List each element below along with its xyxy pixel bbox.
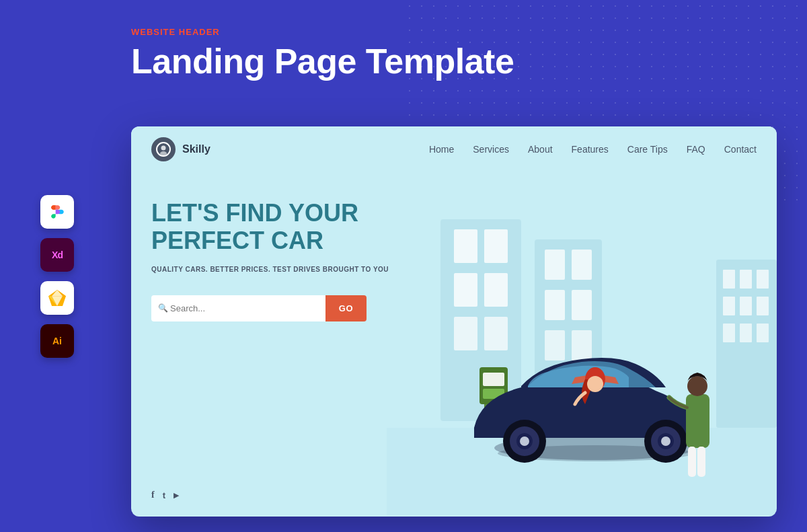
search-row: 🔍 GO bbox=[151, 295, 367, 321]
svg-rect-26 bbox=[740, 270, 752, 289]
svg-rect-27 bbox=[757, 270, 769, 289]
nav-services[interactable]: Services bbox=[473, 144, 509, 155]
svg-rect-20 bbox=[545, 290, 565, 320]
svg-rect-32 bbox=[740, 324, 752, 342]
svg-rect-23 bbox=[572, 330, 592, 360]
svg-rect-19 bbox=[572, 250, 592, 280]
sketch-tool-icon[interactable] bbox=[40, 281, 74, 315]
svg-rect-12 bbox=[484, 229, 508, 263]
nav-links: Home Services About Features Care Tips F… bbox=[429, 144, 757, 155]
sidebar-tools: Xd Ai bbox=[40, 195, 74, 358]
twitter-icon[interactable]: t bbox=[163, 490, 165, 500]
svg-rect-31 bbox=[723, 324, 735, 342]
nav-about[interactable]: About bbox=[528, 144, 553, 155]
svg-rect-28 bbox=[723, 297, 735, 315]
svg-rect-55 bbox=[697, 447, 705, 477]
go-button[interactable]: GO bbox=[325, 295, 367, 321]
hero-subtitle: QUALITY CARS. BETTER PRICES. TEST DRIVES… bbox=[151, 264, 400, 275]
svg-rect-33 bbox=[757, 324, 769, 342]
social-bar: f t ▶ bbox=[151, 490, 179, 500]
svg-point-48 bbox=[661, 436, 670, 446]
hero-content: LET'S FIND YOUR PERFECT CAR QUALITY CARS… bbox=[151, 199, 400, 321]
ai-label: Ai bbox=[52, 336, 62, 346]
svg-rect-21 bbox=[572, 290, 592, 320]
svg-rect-29 bbox=[740, 297, 752, 315]
top-text-section: WEBSITE HEADER Landing Page Template bbox=[131, 27, 514, 81]
svg-rect-13 bbox=[454, 273, 477, 307]
ai-tool-icon[interactable]: Ai bbox=[40, 324, 74, 358]
svg-rect-25 bbox=[723, 270, 735, 289]
xd-tool-icon[interactable]: Xd bbox=[40, 238, 74, 272]
hero-section: LET'S FIND YOUR PERFECT CAR QUALITY CARS… bbox=[131, 172, 777, 515]
svg-rect-54 bbox=[688, 447, 696, 477]
search-icon: 🔍 bbox=[158, 303, 168, 313]
page-title: Landing Page Template bbox=[131, 42, 514, 81]
svg-rect-37 bbox=[483, 373, 504, 386]
svg-rect-11 bbox=[454, 229, 477, 263]
svg-rect-14 bbox=[484, 273, 508, 307]
svg-rect-15 bbox=[454, 317, 477, 350]
svg-point-44 bbox=[520, 436, 529, 446]
svg-rect-30 bbox=[757, 297, 769, 315]
nav-caretips[interactable]: Care Tips bbox=[627, 144, 668, 155]
preview-nav: Skilly Home Services About Features Care… bbox=[131, 126, 777, 172]
search-input[interactable] bbox=[151, 295, 325, 321]
svg-point-8 bbox=[161, 146, 166, 151]
svg-point-53 bbox=[687, 376, 707, 396]
search-wrap: 🔍 bbox=[151, 295, 325, 321]
brand-name: Skilly bbox=[182, 143, 210, 155]
svg-rect-22 bbox=[545, 330, 565, 360]
brand-logo bbox=[151, 137, 176, 161]
nav-contact[interactable]: Contact bbox=[724, 144, 757, 155]
nav-home[interactable]: Home bbox=[429, 144, 454, 155]
car-illustration bbox=[387, 206, 777, 515]
section-label: WEBSITE HEADER bbox=[131, 27, 514, 37]
figma-tool-icon[interactable] bbox=[40, 195, 74, 229]
svg-rect-52 bbox=[686, 394, 709, 448]
svg-rect-16 bbox=[484, 317, 508, 350]
preview-card: Skilly Home Services About Features Care… bbox=[131, 126, 777, 517]
svg-point-9 bbox=[160, 151, 167, 155]
brand: Skilly bbox=[151, 137, 210, 161]
youtube-icon[interactable]: ▶ bbox=[174, 491, 179, 500]
xd-label: Xd bbox=[52, 250, 63, 260]
facebook-icon[interactable]: f bbox=[151, 490, 155, 500]
nav-faq[interactable]: FAQ bbox=[687, 144, 705, 155]
svg-rect-18 bbox=[545, 250, 565, 280]
nav-features[interactable]: Features bbox=[572, 144, 609, 155]
hero-title: LET'S FIND YOUR PERFECT CAR bbox=[151, 199, 400, 255]
svg-point-51 bbox=[587, 376, 603, 392]
